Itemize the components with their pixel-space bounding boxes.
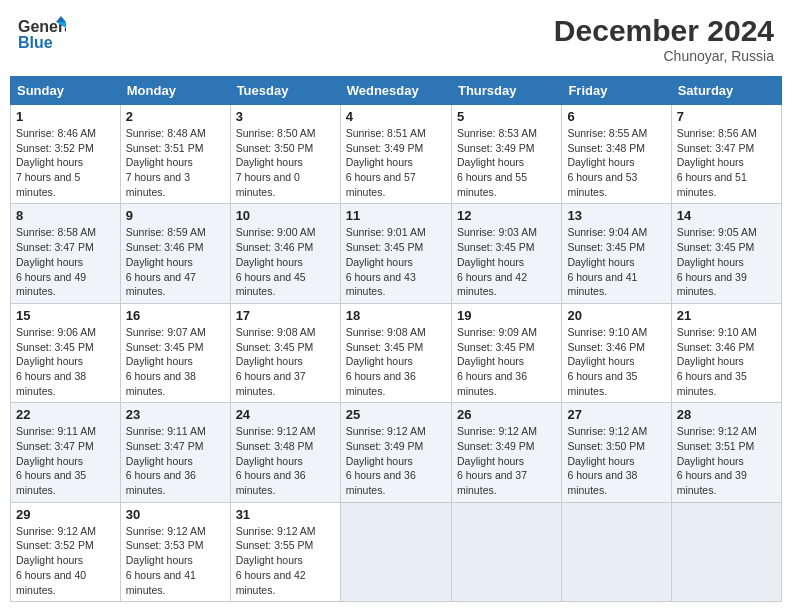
day-info: Sunrise: 9:06 AMSunset: 3:45 PMDaylight … bbox=[16, 325, 115, 398]
day-number: 18 bbox=[346, 308, 446, 323]
day-info: Sunrise: 9:12 AMSunset: 3:51 PMDaylight … bbox=[677, 424, 776, 497]
day-info: Sunrise: 9:01 AMSunset: 3:45 PMDaylight … bbox=[346, 225, 446, 298]
day-number: 25 bbox=[346, 407, 446, 422]
day-info: Sunrise: 9:00 AMSunset: 3:46 PMDaylight … bbox=[236, 225, 335, 298]
column-header-thursday: Thursday bbox=[451, 77, 561, 105]
column-header-tuesday: Tuesday bbox=[230, 77, 340, 105]
calendar-cell: 22Sunrise: 9:11 AMSunset: 3:47 PMDayligh… bbox=[11, 403, 121, 502]
day-number: 1 bbox=[16, 109, 115, 124]
month-year-title: December 2024 bbox=[554, 14, 774, 48]
column-header-wednesday: Wednesday bbox=[340, 77, 451, 105]
day-info: Sunrise: 8:48 AMSunset: 3:51 PMDaylight … bbox=[126, 126, 225, 199]
calendar-cell: 23Sunrise: 9:11 AMSunset: 3:47 PMDayligh… bbox=[120, 403, 230, 502]
day-info: Sunrise: 9:12 AMSunset: 3:49 PMDaylight … bbox=[457, 424, 556, 497]
calendar-cell: 31Sunrise: 9:12 AMSunset: 3:55 PMDayligh… bbox=[230, 502, 340, 601]
calendar-cell: 7Sunrise: 8:56 AMSunset: 3:47 PMDaylight… bbox=[671, 105, 781, 204]
calendar-cell: 17Sunrise: 9:08 AMSunset: 3:45 PMDayligh… bbox=[230, 303, 340, 402]
calendar-cell: 26Sunrise: 9:12 AMSunset: 3:49 PMDayligh… bbox=[451, 403, 561, 502]
day-number: 20 bbox=[567, 308, 665, 323]
day-number: 24 bbox=[236, 407, 335, 422]
calendar-cell: 5Sunrise: 8:53 AMSunset: 3:49 PMDaylight… bbox=[451, 105, 561, 204]
day-info: Sunrise: 9:10 AMSunset: 3:46 PMDaylight … bbox=[567, 325, 665, 398]
page-header: General Blue December 2024 Chunoyar, Rus… bbox=[10, 10, 782, 68]
day-info: Sunrise: 9:12 AMSunset: 3:55 PMDaylight … bbox=[236, 524, 335, 597]
calendar-cell: 4Sunrise: 8:51 AMSunset: 3:49 PMDaylight… bbox=[340, 105, 451, 204]
column-header-friday: Friday bbox=[562, 77, 671, 105]
day-info: Sunrise: 9:12 AMSunset: 3:48 PMDaylight … bbox=[236, 424, 335, 497]
day-number: 13 bbox=[567, 208, 665, 223]
day-info: Sunrise: 8:51 AMSunset: 3:49 PMDaylight … bbox=[346, 126, 446, 199]
day-info: Sunrise: 8:53 AMSunset: 3:49 PMDaylight … bbox=[457, 126, 556, 199]
calendar-cell bbox=[562, 502, 671, 601]
day-number: 11 bbox=[346, 208, 446, 223]
day-info: Sunrise: 9:05 AMSunset: 3:45 PMDaylight … bbox=[677, 225, 776, 298]
day-number: 19 bbox=[457, 308, 556, 323]
day-number: 5 bbox=[457, 109, 556, 124]
calendar-cell: 20Sunrise: 9:10 AMSunset: 3:46 PMDayligh… bbox=[562, 303, 671, 402]
day-info: Sunrise: 8:46 AMSunset: 3:52 PMDaylight … bbox=[16, 126, 115, 199]
day-info: Sunrise: 9:12 AMSunset: 3:50 PMDaylight … bbox=[567, 424, 665, 497]
calendar-cell: 25Sunrise: 9:12 AMSunset: 3:49 PMDayligh… bbox=[340, 403, 451, 502]
calendar-cell: 28Sunrise: 9:12 AMSunset: 3:51 PMDayligh… bbox=[671, 403, 781, 502]
day-number: 14 bbox=[677, 208, 776, 223]
day-number: 27 bbox=[567, 407, 665, 422]
day-number: 22 bbox=[16, 407, 115, 422]
day-info: Sunrise: 9:07 AMSunset: 3:45 PMDaylight … bbox=[126, 325, 225, 398]
day-number: 3 bbox=[236, 109, 335, 124]
day-info: Sunrise: 9:08 AMSunset: 3:45 PMDaylight … bbox=[236, 325, 335, 398]
day-number: 12 bbox=[457, 208, 556, 223]
calendar-cell: 6Sunrise: 8:55 AMSunset: 3:48 PMDaylight… bbox=[562, 105, 671, 204]
day-number: 16 bbox=[126, 308, 225, 323]
day-number: 23 bbox=[126, 407, 225, 422]
calendar-cell: 15Sunrise: 9:06 AMSunset: 3:45 PMDayligh… bbox=[11, 303, 121, 402]
week-row-2: 8Sunrise: 8:58 AMSunset: 3:47 PMDaylight… bbox=[11, 204, 782, 303]
day-info: Sunrise: 9:09 AMSunset: 3:45 PMDaylight … bbox=[457, 325, 556, 398]
calendar-cell: 19Sunrise: 9:09 AMSunset: 3:45 PMDayligh… bbox=[451, 303, 561, 402]
location-subtitle: Chunoyar, Russia bbox=[554, 48, 774, 64]
calendar-cell: 12Sunrise: 9:03 AMSunset: 3:45 PMDayligh… bbox=[451, 204, 561, 303]
title-area: December 2024 Chunoyar, Russia bbox=[554, 14, 774, 64]
day-number: 4 bbox=[346, 109, 446, 124]
day-info: Sunrise: 8:55 AMSunset: 3:48 PMDaylight … bbox=[567, 126, 665, 199]
calendar-header-row: SundayMondayTuesdayWednesdayThursdayFrid… bbox=[11, 77, 782, 105]
day-number: 28 bbox=[677, 407, 776, 422]
day-info: Sunrise: 9:08 AMSunset: 3:45 PMDaylight … bbox=[346, 325, 446, 398]
day-info: Sunrise: 9:12 AMSunset: 3:52 PMDaylight … bbox=[16, 524, 115, 597]
day-number: 6 bbox=[567, 109, 665, 124]
calendar-table: SundayMondayTuesdayWednesdayThursdayFrid… bbox=[10, 76, 782, 602]
day-number: 7 bbox=[677, 109, 776, 124]
week-row-5: 29Sunrise: 9:12 AMSunset: 3:52 PMDayligh… bbox=[11, 502, 782, 601]
week-row-4: 22Sunrise: 9:11 AMSunset: 3:47 PMDayligh… bbox=[11, 403, 782, 502]
calendar-cell: 1Sunrise: 8:46 AMSunset: 3:52 PMDaylight… bbox=[11, 105, 121, 204]
day-number: 9 bbox=[126, 208, 225, 223]
calendar-cell: 29Sunrise: 9:12 AMSunset: 3:52 PMDayligh… bbox=[11, 502, 121, 601]
day-number: 30 bbox=[126, 507, 225, 522]
calendar-cell: 8Sunrise: 8:58 AMSunset: 3:47 PMDaylight… bbox=[11, 204, 121, 303]
day-info: Sunrise: 9:03 AMSunset: 3:45 PMDaylight … bbox=[457, 225, 556, 298]
calendar-cell bbox=[671, 502, 781, 601]
column-header-sunday: Sunday bbox=[11, 77, 121, 105]
calendar-cell: 2Sunrise: 8:48 AMSunset: 3:51 PMDaylight… bbox=[120, 105, 230, 204]
day-number: 29 bbox=[16, 507, 115, 522]
column-header-saturday: Saturday bbox=[671, 77, 781, 105]
day-number: 17 bbox=[236, 308, 335, 323]
day-info: Sunrise: 9:11 AMSunset: 3:47 PMDaylight … bbox=[126, 424, 225, 497]
svg-text:Blue: Blue bbox=[18, 34, 53, 51]
day-number: 21 bbox=[677, 308, 776, 323]
day-info: Sunrise: 9:10 AMSunset: 3:46 PMDaylight … bbox=[677, 325, 776, 398]
day-number: 26 bbox=[457, 407, 556, 422]
calendar-cell: 10Sunrise: 9:00 AMSunset: 3:46 PMDayligh… bbox=[230, 204, 340, 303]
calendar-cell: 14Sunrise: 9:05 AMSunset: 3:45 PMDayligh… bbox=[671, 204, 781, 303]
calendar-cell: 16Sunrise: 9:07 AMSunset: 3:45 PMDayligh… bbox=[120, 303, 230, 402]
column-header-monday: Monday bbox=[120, 77, 230, 105]
day-number: 31 bbox=[236, 507, 335, 522]
calendar-cell: 11Sunrise: 9:01 AMSunset: 3:45 PMDayligh… bbox=[340, 204, 451, 303]
calendar-cell: 13Sunrise: 9:04 AMSunset: 3:45 PMDayligh… bbox=[562, 204, 671, 303]
calendar-cell: 30Sunrise: 9:12 AMSunset: 3:53 PMDayligh… bbox=[120, 502, 230, 601]
calendar-cell: 18Sunrise: 9:08 AMSunset: 3:45 PMDayligh… bbox=[340, 303, 451, 402]
calendar-cell: 27Sunrise: 9:12 AMSunset: 3:50 PMDayligh… bbox=[562, 403, 671, 502]
logo: General Blue bbox=[18, 14, 66, 58]
day-number: 8 bbox=[16, 208, 115, 223]
calendar-cell: 21Sunrise: 9:10 AMSunset: 3:46 PMDayligh… bbox=[671, 303, 781, 402]
day-info: Sunrise: 9:12 AMSunset: 3:49 PMDaylight … bbox=[346, 424, 446, 497]
